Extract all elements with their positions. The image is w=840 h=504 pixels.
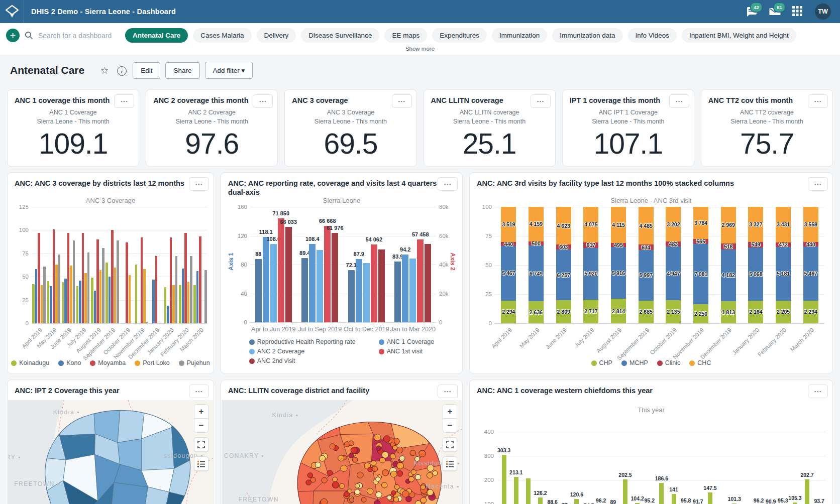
- messages-icon[interactable]: 42: [746, 6, 758, 18]
- dashboard-chip[interactable]: Inpatient BMI, Weight and Height: [682, 28, 796, 43]
- apps-grid-icon[interactable]: [792, 6, 804, 18]
- card-more-button[interactable]: ⋯: [808, 94, 828, 108]
- card-more-button[interactable]: ⋯: [808, 385, 828, 398]
- facility-dot[interactable]: [333, 477, 338, 482]
- card-more-button[interactable]: ⋯: [438, 177, 458, 191]
- card-more-button[interactable]: ⋯: [808, 177, 828, 191]
- search-input[interactable]: [37, 31, 120, 40]
- district-shape[interactable]: [312, 491, 348, 504]
- facility-dot[interactable]: [399, 456, 405, 461]
- facility-dot[interactable]: [376, 492, 382, 498]
- zoom-out-button[interactable]: −: [194, 419, 208, 433]
- card-more-button[interactable]: ⋯: [114, 94, 134, 108]
- facility-dot[interactable]: [327, 470, 333, 476]
- facility-dot[interactable]: [351, 447, 357, 454]
- legend-item[interactable]: Reproductive Health Reporting rate: [249, 338, 356, 345]
- facility-dot[interactable]: [427, 472, 433, 478]
- legend-item[interactable]: ANC 1 Coverage: [379, 338, 435, 345]
- facility-dot[interactable]: [402, 490, 409, 497]
- zoom-in-button[interactable]: +: [194, 404, 208, 419]
- dashboard-chip[interactable]: Info Videos: [628, 28, 677, 43]
- dashboard-chip[interactable]: Cases Malaria: [193, 28, 251, 43]
- facility-dot[interactable]: [341, 465, 347, 472]
- dashboard-chip[interactable]: Delivery: [257, 28, 296, 43]
- facility-dot[interactable]: [387, 495, 391, 500]
- share-button[interactable]: Share: [165, 62, 199, 79]
- legend-item[interactable]: Moyamba: [90, 359, 126, 366]
- show-more-link[interactable]: Show more: [6, 43, 834, 54]
- facility-dot[interactable]: [349, 498, 354, 502]
- card-more-button[interactable]: ⋯: [531, 94, 551, 108]
- facility-dot[interactable]: [383, 436, 390, 442]
- info-icon[interactable]: i: [116, 65, 128, 76]
- facility-dot[interactable]: [315, 462, 321, 467]
- dashboard-chip[interactable]: EE maps: [384, 28, 427, 43]
- star-icon[interactable]: ☆: [98, 65, 111, 76]
- card-more-button[interactable]: ⋯: [253, 94, 273, 108]
- map-canvas[interactable]: Kindia ▪CONAKRY ▪Kissidougou ▪FREETOWNMa…: [222, 400, 462, 504]
- facility-dot[interactable]: [306, 480, 311, 485]
- layers-button[interactable]: [443, 456, 457, 471]
- legend-item[interactable]: MCHP: [621, 359, 648, 366]
- facility-dot[interactable]: [396, 447, 403, 453]
- facility-dot[interactable]: [330, 444, 335, 449]
- facility-dot[interactable]: [415, 474, 421, 480]
- facility-dot[interactable]: [376, 446, 381, 451]
- user-avatar[interactable]: TW: [815, 4, 831, 20]
- facility-dot[interactable]: [372, 466, 378, 472]
- facility-dot[interactable]: [394, 484, 399, 489]
- facility-dot[interactable]: [371, 461, 376, 466]
- facility-dot[interactable]: [410, 450, 415, 456]
- facility-dot[interactable]: [322, 477, 327, 483]
- fullscreen-button[interactable]: [194, 437, 208, 452]
- edit-button[interactable]: Edit: [133, 62, 160, 79]
- facility-dot[interactable]: [339, 483, 345, 488]
- new-dashboard-button[interactable]: +: [6, 29, 20, 42]
- zoom-out-button[interactable]: −: [443, 419, 457, 433]
- zoom-in-button[interactable]: +: [443, 404, 457, 419]
- facility-dot[interactable]: [344, 491, 349, 497]
- dashboard-chip[interactable]: Immunization: [492, 28, 547, 43]
- facility-dot[interactable]: [349, 441, 354, 446]
- legend-item[interactable]: ANC 1st visit: [379, 348, 435, 355]
- legend-item[interactable]: CHP: [591, 359, 612, 366]
- fullscreen-button[interactable]: [443, 437, 457, 452]
- facility-dot[interactable]: [397, 462, 403, 469]
- facility-dot[interactable]: [357, 472, 363, 478]
- facility-dot[interactable]: [397, 471, 403, 476]
- facility-dot[interactable]: [421, 497, 427, 503]
- facility-dot[interactable]: [355, 483, 360, 488]
- facility-dot[interactable]: [379, 457, 385, 463]
- mail-icon[interactable]: 81: [769, 6, 781, 18]
- dhis2-logo[interactable]: [0, 0, 24, 23]
- facility-dot[interactable]: [376, 477, 380, 481]
- facility-dot[interactable]: [307, 473, 312, 478]
- legend-item[interactable]: Clinic: [657, 359, 681, 366]
- facility-dot[interactable]: [433, 471, 438, 475]
- facility-dot[interactable]: [374, 434, 381, 441]
- facility-dot[interactable]: [421, 485, 425, 489]
- facility-dot[interactable]: [355, 489, 360, 494]
- facility-dot[interactable]: [419, 450, 426, 457]
- facility-dot[interactable]: [408, 476, 414, 482]
- card-more-button[interactable]: ⋯: [392, 94, 412, 108]
- facility-dot[interactable]: [368, 467, 373, 472]
- layers-button[interactable]: [194, 456, 208, 471]
- legend-item[interactable]: Kono: [58, 359, 81, 366]
- facility-dot[interactable]: [352, 457, 358, 462]
- facility-dot[interactable]: [332, 481, 339, 488]
- facility-dot[interactable]: [319, 455, 325, 461]
- legend-item[interactable]: ANC 2 Coverage: [249, 348, 356, 355]
- dashboard-chip[interactable]: Immunization data: [552, 28, 622, 43]
- dashboard-chip[interactable]: Antenatal Care: [125, 28, 188, 43]
- facility-dot[interactable]: [390, 454, 395, 459]
- facility-dot[interactable]: [361, 497, 366, 502]
- legend-item[interactable]: Koinadugu: [11, 359, 49, 366]
- facility-dot[interactable]: [390, 471, 397, 477]
- facility-dot[interactable]: [382, 469, 389, 476]
- facility-dot[interactable]: [411, 469, 416, 474]
- card-more-button[interactable]: ⋯: [189, 385, 209, 398]
- card-more-button[interactable]: ⋯: [438, 385, 458, 398]
- legend-item[interactable]: Port Loko: [135, 359, 170, 366]
- facility-dot[interactable]: [374, 500, 380, 504]
